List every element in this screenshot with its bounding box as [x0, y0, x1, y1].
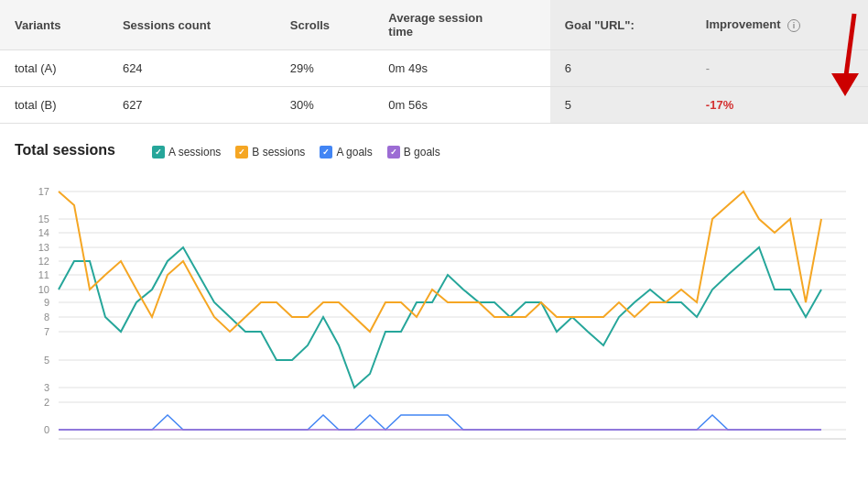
cell-avg-time-a: 0m 49s	[374, 50, 550, 87]
y-label-3: 3	[44, 382, 49, 393]
y-label-5: 5	[44, 355, 49, 366]
chart-section: Total sessions ✓ A sessions ✓ B sessions…	[0, 124, 868, 460]
col-header-goal: Goal "URL":	[550, 0, 691, 50]
col-header-variants: Variants	[0, 0, 108, 50]
legend-a-sessions: ✓ A sessions	[152, 146, 221, 159]
cell-improvement-a: -	[691, 50, 868, 87]
y-label-15: 15	[38, 213, 49, 224]
cell-improvement-b: -17%	[691, 87, 868, 124]
y-label-8: 8	[44, 312, 49, 323]
legend-b-sessions: ✓ B sessions	[235, 146, 305, 159]
legend-label-b-sessions: B sessions	[252, 146, 305, 159]
legend-label-b-goals: B goals	[404, 146, 440, 159]
y-label-2: 2	[44, 397, 49, 408]
chart-wrapper: .grid-line { stroke: #e0e0e0; stroke-wid…	[15, 173, 853, 451]
legend-check-a-sessions: ✓	[152, 146, 165, 159]
chart-legend: ✓ A sessions ✓ B sessions ✓ A goals ✓ B …	[152, 146, 440, 159]
cell-scrolls-b: 30%	[276, 87, 374, 124]
legend-check-b-goals: ✓	[387, 146, 400, 159]
y-label-14: 14	[38, 227, 49, 238]
improvement-value-a: -	[706, 61, 710, 75]
table-row: total (A) 624 29% 0m 49s 6 -	[0, 50, 868, 87]
legend-check-b-sessions: ✓	[235, 146, 248, 159]
legend-a-goals: ✓ A goals	[320, 146, 372, 159]
col-header-avg-time: Average sessiontime	[374, 0, 550, 50]
y-label-10: 10	[38, 284, 49, 295]
improvement-value-b: -17%	[706, 98, 733, 112]
col-header-sessions: Sessions count	[108, 0, 276, 50]
chart-title: Total sessions	[15, 142, 115, 159]
cell-variant-b: total (B)	[0, 87, 108, 124]
line-chart: .grid-line { stroke: #e0e0e0; stroke-wid…	[15, 173, 853, 448]
y-label-11: 11	[38, 269, 49, 280]
legend-check-a-goals: ✓	[320, 146, 332, 159]
y-label-13: 13	[38, 242, 49, 253]
y-label-12: 12	[38, 256, 49, 267]
legend-label-a-sessions: A sessions	[168, 146, 221, 159]
legend-label-a-goals: A goals	[336, 146, 372, 159]
cell-avg-time-b: 0m 56s	[374, 87, 550, 124]
cell-scrolls-a: 29%	[276, 50, 374, 87]
cell-variant-a: total (A)	[0, 50, 108, 87]
a-goals-line	[59, 415, 821, 430]
col-header-improvement: Improvement i	[691, 0, 868, 50]
improvement-info-icon[interactable]: i	[787, 19, 800, 32]
y-label-17: 17	[38, 186, 49, 197]
cell-goal-a: 6	[550, 50, 691, 87]
y-label-0: 0	[44, 424, 49, 435]
table-row: total (B) 627 30% 0m 56s 5 -17%	[0, 87, 868, 124]
cell-sessions-a: 624	[108, 50, 276, 87]
cell-sessions-b: 627	[108, 87, 276, 124]
data-table: Variants Sessions count Scrolls Average …	[0, 0, 868, 124]
legend-b-goals: ✓ B goals	[387, 146, 440, 159]
cell-goal-b: 5	[550, 87, 691, 124]
y-label-9: 9	[44, 297, 49, 308]
col-header-scrolls: Scrolls	[276, 0, 374, 50]
y-label-7: 7	[44, 326, 49, 337]
